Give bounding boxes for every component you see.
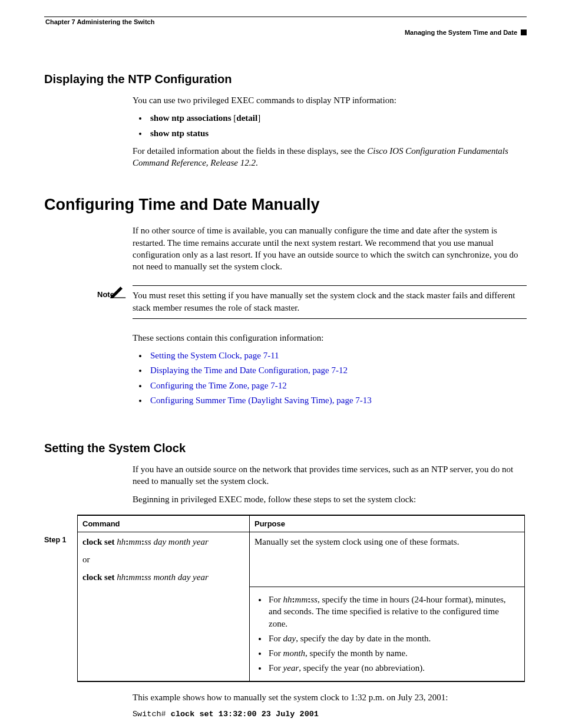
command-list: show ntp associations [detail] show ntp …: [133, 112, 527, 139]
list-item: show ntp status: [148, 127, 527, 139]
table-cell-purpose-list: For hh:mm:ss, specify the time in hours …: [250, 587, 525, 681]
link-list: Setting the System Clock, page 7-11 Disp…: [133, 350, 527, 406]
table-header-purpose: Purpose: [250, 515, 525, 532]
body-text: For detailed information about the field…: [133, 145, 527, 169]
body-text: These sections contain this configuratio…: [133, 332, 527, 344]
xref-link[interactable]: Configuring Summer Time (Daylight Saving…: [150, 396, 372, 405]
body-text: Beginning in privileged EXEC mode, follo…: [133, 493, 527, 505]
list-item: show ntp associations [detail]: [148, 112, 527, 124]
header-marker-icon: [521, 29, 527, 35]
xref-link[interactable]: Displaying the Time and Date Configurati…: [150, 365, 348, 375]
table-cell-purpose-intro: Manually set the system clock using one …: [250, 532, 525, 587]
list-item: For day, specify the day by date in the …: [267, 633, 520, 644]
table-cell-empty: [78, 587, 250, 681]
page-header-row: Chapter 7 Administering the Switch: [44, 18, 527, 27]
chapter-label: Chapter 7 Administering the Switch: [45, 18, 154, 25]
table-header-command: Command: [78, 515, 250, 532]
command-table: Command Purpose clock set hh:mm:ss day m…: [77, 515, 525, 682]
xref-link[interactable]: Configuring the Time Zone, page 7-12: [150, 381, 287, 390]
heading-config-time-date: Configuring Time and Date Manually: [44, 196, 527, 214]
body-text: If you have an outside source on the net…: [133, 463, 527, 487]
list-item: Configuring Summer Time (Daylight Saving…: [148, 394, 527, 406]
body-text: You can use two privileged EXEC commands…: [133, 94, 527, 106]
list-item: For hh:mm:ss, specify the time in hours …: [267, 594, 520, 630]
code-example: Switch# clock set 13:32:00 23 July 2001: [133, 709, 527, 720]
list-item: Displaying the Time and Date Configurati…: [148, 364, 527, 376]
section-label: Managing the System Time and Date: [405, 29, 517, 36]
note-text: Note You must reset this setting if you …: [133, 285, 527, 319]
step-label: Step 1: [44, 515, 77, 544]
list-item: Configuring the Time Zone, page 7-12: [148, 380, 527, 391]
heading-ntp-config: Displaying the NTP Configuration: [44, 73, 527, 86]
table-cell-command: clock set hh:mm:ss day month year or clo…: [78, 532, 250, 587]
list-item: Setting the System Clock, page 7-11: [148, 350, 527, 361]
heading-setting-clock: Setting the System Clock: [44, 442, 527, 455]
list-item: For year, specify the year (no abbreviat…: [267, 662, 520, 674]
page-header-section: Managing the System Time and Date: [44, 27, 527, 37]
body-text: This example shows how to manually set t…: [133, 691, 527, 703]
body-text: If no other source of time is available,…: [133, 225, 527, 272]
list-item: For month, specify the month by name.: [267, 647, 520, 659]
xref-link[interactable]: Setting the System Clock, page 7-11: [150, 351, 279, 360]
